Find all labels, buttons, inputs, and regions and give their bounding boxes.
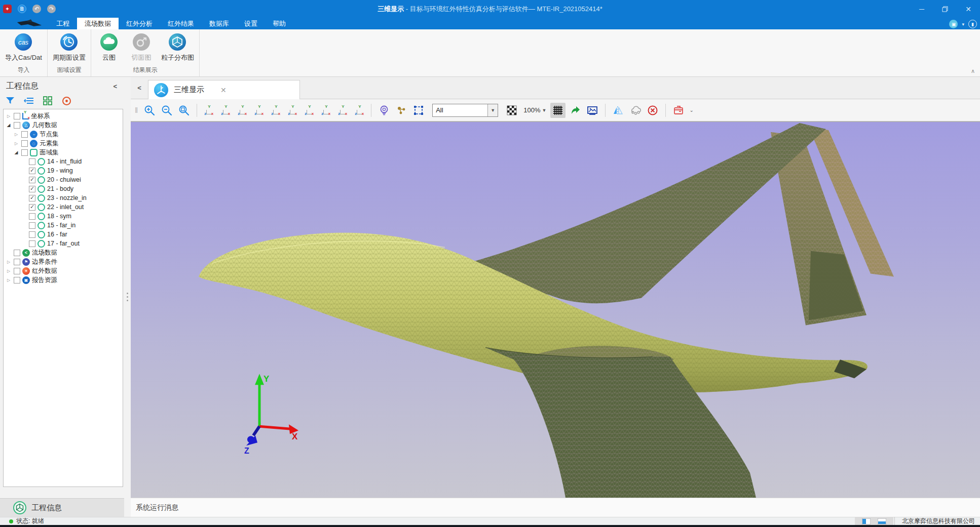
visibility-checkbox[interactable] [14,122,20,129]
save-icon[interactable]: 🗎 [18,5,26,13]
snapshot-image-button[interactable] [585,103,600,118]
tree-expander-icon[interactable]: ▷ [6,260,12,264]
tree-item[interactable]: ▷ 红外数据 [4,266,123,275]
app-icon[interactable]: ✦ [3,5,12,13]
tree-expander-icon[interactable]: ▷ [6,114,12,118]
tree-item[interactable]: 21 - body [4,184,123,193]
restore-button[interactable] [933,0,957,18]
visibility-checkbox[interactable] [14,250,20,256]
visibility-checkbox[interactable] [29,213,35,220]
zoom-out-button[interactable] [159,103,174,118]
view-front[interactable]: Yxz [202,103,215,118]
tree-item[interactable]: ◢ 几何数据 [4,120,123,130]
visibility-checkbox[interactable] [21,140,28,147]
visibility-checkbox[interactable] [29,186,35,192]
tree-item[interactable]: 15 - far_in [4,221,123,230]
visibility-checkbox[interactable] [21,131,28,138]
mirror-button[interactable] [611,103,626,118]
toolbar-drag-handle[interactable]: ‖ [135,106,137,114]
visibility-checkbox[interactable] [29,168,35,174]
periodic-face-button[interactable]: 周期面设置 [51,31,88,63]
visibility-checkbox[interactable] [29,195,35,201]
tree-item[interactable]: 23 - nozzle_in [4,193,123,202]
visibility-checkbox[interactable] [21,149,28,156]
tab-close-icon[interactable]: ✕ [220,86,227,94]
undo-icon[interactable]: ↶ [32,5,41,13]
view-iso-4[interactable]: Yxz [353,103,366,118]
ribbon-collapse-icon[interactable]: ∧ [971,68,975,74]
menu-item-flow-data[interactable]: 流场数据 [77,18,119,29]
panel-splitter[interactable] [124,77,131,517]
visibility-checkbox[interactable] [29,240,35,247]
menu-item-database[interactable]: 数据库 [202,18,237,29]
visibility-checkbox[interactable] [29,222,35,229]
tree-item[interactable]: 流场数据 [4,248,123,257]
style-icon[interactable]: ▣ [949,20,958,28]
list-icon[interactable] [24,96,34,106]
visibility-checkbox[interactable] [14,259,20,265]
tree-expander-icon[interactable]: ◢ [6,123,12,128]
cloud-map-button[interactable]: 云图 [94,31,124,63]
tree-item[interactable]: 14 - int_fluid [4,157,123,166]
tree-item[interactable]: 16 - far [4,230,123,239]
opacity-level-dropdown[interactable]: 100%▼ [521,106,548,114]
export-share-button[interactable] [568,103,583,118]
view-top[interactable]: Yxz [269,103,282,118]
visibility-checkbox[interactable] [14,113,20,119]
tree-item[interactable]: 20 - chuiwei [4,175,123,184]
view-left[interactable]: Yxz [236,103,249,118]
save-scene-button[interactable] [671,103,686,118]
select-region-button[interactable] [411,103,426,118]
display-filter-combobox[interactable]: All ▼ [432,104,498,117]
project-panel-footer[interactable]: 工程信息 [0,498,124,517]
tree-expander-icon[interactable]: ▷ [6,278,12,282]
grid-toggle-button[interactable] [550,103,566,118]
view-bottom[interactable]: Yxz [286,103,299,118]
visibility-checkbox[interactable] [14,268,20,274]
visibility-checkbox[interactable] [29,158,35,165]
camera-light-button[interactable] [376,103,392,118]
point-cloud-button[interactable] [628,103,643,118]
layout-bottom-panel-icon[interactable] [878,518,886,524]
visibility-checkbox[interactable] [14,277,20,283]
tree-item[interactable]: ▷ 节点集 [4,130,123,139]
view-back[interactable]: Yxz [219,103,232,118]
view-iso-2[interactable]: Yxz [319,103,332,118]
tree-item[interactable]: 17 - far_out [4,239,123,248]
menu-item-help[interactable]: 帮助 [265,18,293,29]
menu-item-project[interactable]: 工程 [49,18,77,29]
tree-item[interactable]: 19 - wing [4,166,123,175]
target-icon[interactable] [61,96,71,106]
layout-left-panel-icon[interactable] [862,518,871,524]
cancel-button[interactable] [645,103,660,118]
tab-3d-view[interactable]: 三维显示 ✕ [148,80,300,99]
menu-item-infrared-results[interactable]: 红外结果 [160,18,202,29]
view-right[interactable]: Yxz [252,103,266,118]
close-button[interactable]: ✕ [957,0,980,18]
import-cas-dat-button[interactable]: cas 导入Cas/Dat [3,31,44,63]
tree-expander-icon[interactable]: ◢ [13,150,19,155]
help-ring-icon[interactable]: ▮ [968,20,977,28]
tree-expander-icon[interactable]: ▷ [13,141,19,146]
particle-distribution-button[interactable]: 粒子分布图 [159,31,196,63]
visibility-checkbox[interactable] [29,204,35,211]
tree-item[interactable]: ▷ 元素集 [4,139,123,148]
zoom-in-button[interactable] [142,103,157,118]
chevron-down-icon[interactable]: ▾ [962,22,964,27]
view-iso-3[interactable]: Yxz [336,103,349,118]
tree-item[interactable]: ▷ 边界条件 [4,257,123,266]
tree-item[interactable]: ▷ 报告资源 [4,275,123,285]
panel-collapse-icon[interactable]: < [113,83,117,90]
3d-viewport[interactable]: Y X Z [131,121,980,498]
tree-item[interactable]: 18 - sym [4,212,123,221]
view-iso-1[interactable]: Yxz [303,103,316,118]
tree-item[interactable]: 22 - inlet_out [4,202,123,212]
chevron-down-icon[interactable]: ⌄ [689,107,693,113]
visibility-checkbox[interactable] [29,231,35,238]
filter-icon[interactable] [5,96,15,106]
particles-button[interactable] [394,103,409,118]
visibility-checkbox[interactable] [29,177,35,183]
minimize-button[interactable]: ─ [910,0,933,18]
tree-expander-icon[interactable]: ▷ [6,269,12,273]
menu-item-settings[interactable]: 设置 [237,18,265,29]
